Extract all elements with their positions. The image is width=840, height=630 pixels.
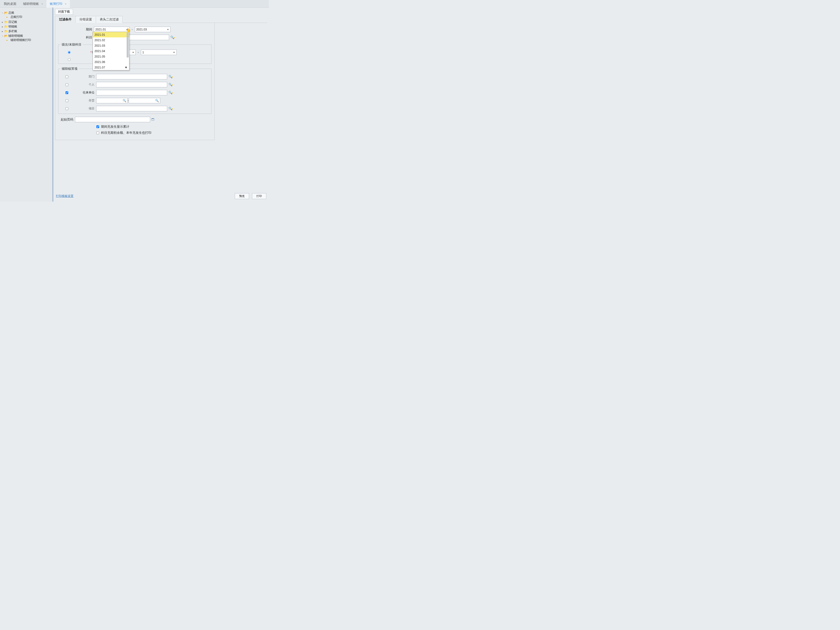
chk-cumulative-label: 期间无发生显示累计: [101, 125, 129, 129]
close-icon[interactable]: ×: [41, 2, 43, 5]
subject-label: 科目: [58, 35, 94, 39]
folder-icon: 📁: [4, 21, 8, 24]
chk-no-balance-box[interactable]: [96, 131, 99, 134]
period-dropdown[interactable]: 2021.01 2021.02 2021.03 2021.04 2021.05 …: [93, 32, 129, 70]
lookup-icon[interactable]: 🔍: [169, 75, 173, 79]
level-to-value: 1: [142, 51, 144, 54]
tab-aux-detail-label: 辅助明细账: [23, 2, 39, 5]
dropdown-option[interactable]: 2021.03: [93, 43, 129, 48]
period-to-value: 2021.03: [136, 28, 147, 31]
lookup-icon[interactable]: 🔍: [169, 83, 173, 87]
tab-aux-detail[interactable]: 辅助明细账 ×: [20, 0, 46, 8]
tree-node-gl[interactable]: − 📂 总账: [1, 11, 52, 15]
tab-ledger-print-label: 账簿打印: [50, 2, 62, 5]
tree-label: 总账打印: [11, 15, 22, 19]
aux-dept-input[interactable]: [96, 74, 167, 79]
aux-dept-checkbox[interactable]: [66, 76, 68, 78]
tree-label: 总账: [8, 11, 14, 15]
search-icon: 🔍: [122, 99, 126, 102]
chk-cumulative[interactable]: 期间无发生显示累计: [96, 125, 129, 129]
expand-icon: ▸: [1, 30, 4, 33]
tree-node-journal[interactable]: ▸ 📁 日记账: [1, 20, 52, 24]
aux-fieldset: 辅助核算项 部门 🔍 个人 🔍: [58, 67, 212, 114]
scrollbar-thumb[interactable]: [126, 32, 129, 58]
expand-icon: ▸: [1, 21, 4, 24]
search-icon: 🔍: [154, 99, 159, 102]
aux-stock-to-input[interactable]: 🔍: [129, 98, 160, 103]
aux-dept-label: 部门: [73, 75, 96, 79]
period-from-value: 2021.01: [95, 28, 106, 31]
tab-desktop[interactable]: 我的桌面: [0, 0, 20, 8]
aux-person-label: 个人: [73, 83, 96, 87]
subtab-group[interactable]: 分组设置: [76, 16, 96, 23]
period-label: 期间: [58, 27, 94, 32]
aux-person-input[interactable]: [96, 82, 167, 87]
tree-node-aux-print[interactable]: ● 辅助明细账打印: [6, 38, 52, 42]
tree-label: 辅助明细账: [8, 34, 23, 38]
aux-project-label: 项目: [73, 107, 96, 111]
level-to-combo[interactable]: 1 ▼: [141, 50, 177, 55]
subtab-header2[interactable]: 表头二次过滤: [96, 16, 123, 23]
aux-partner-checkbox[interactable]: [66, 92, 68, 94]
aux-stock-from-input[interactable]: 🔍: [96, 98, 128, 103]
start-page-label: 起始页码: [39, 118, 75, 122]
template-setting-link[interactable]: 打印模板设置: [56, 194, 74, 198]
caret-down-icon: ▼: [132, 51, 134, 54]
aux-project-input[interactable]: [96, 106, 167, 111]
sidebar: − 📂 总账 ● 总账打印 ▸ 📁 日记账: [0, 8, 52, 202]
caret-down-icon: ▼: [126, 28, 128, 31]
dropdown-option[interactable]: 2021.07▼: [93, 65, 129, 70]
period-from-combo[interactable]: 2021.01 ▼: [94, 27, 129, 32]
filter-panel: 期间 2021.01 ▼ - 2021.03 ▼ 科目 🔍: [55, 23, 215, 140]
aux-person-checkbox[interactable]: [66, 84, 68, 86]
collapse-icon: −: [1, 35, 4, 37]
aux-stock-label: 存货: [73, 99, 96, 103]
print-button[interactable]: 打印: [252, 193, 266, 199]
folder-icon: 📁: [4, 25, 8, 28]
chk-no-balance[interactable]: 科目无期初余额、本年无发生也打印: [96, 131, 152, 135]
level-radio-last[interactable]: [68, 58, 71, 61]
tree-label: 明细账: [8, 25, 17, 28]
caret-down-icon: ▼: [167, 28, 169, 31]
chk-cumulative-box[interactable]: [96, 125, 99, 128]
caret-down-icon: ▼: [125, 66, 128, 69]
start-page-input[interactable]: [75, 117, 150, 122]
aux-project-checkbox[interactable]: [66, 107, 68, 110]
subtab-filter[interactable]: 过滤条件: [55, 16, 76, 23]
aux-partner-input[interactable]: [96, 90, 167, 95]
tab-ledger-print[interactable]: 账簿打印 ×: [46, 0, 70, 8]
level-fieldset: 级次/末级科目 *级次 ▼ - 1 ▼: [58, 43, 212, 64]
lookup-icon[interactable]: 🔍: [169, 91, 173, 95]
bullet-icon: ●: [6, 16, 10, 18]
tree-label: 日记账: [8, 20, 17, 24]
bottom-bar: 打印模板设置 预览 打印: [56, 193, 266, 199]
dropdown-option[interactable]: 2021.02: [93, 37, 129, 43]
period-to-combo[interactable]: 2021.03 ▼: [135, 27, 171, 32]
tree-node-gl-print[interactable]: ● 总账打印: [6, 15, 52, 19]
dropdown-option[interactable]: 2021.04: [93, 48, 129, 54]
lookup-icon[interactable]: 🔍: [170, 35, 175, 39]
cover-download-button[interactable]: 封面下载: [55, 9, 73, 15]
dropdown-option[interactable]: 2021.01: [93, 32, 129, 37]
level-radio-level[interactable]: [68, 51, 71, 54]
content-area: 封面下载 过滤条件 分组设置 表头二次过滤 期间 2021.01 ▼ -: [52, 8, 269, 202]
range-separator: -: [129, 28, 135, 31]
dropdown-option-label: 2021.07: [95, 66, 105, 69]
dropdown-option[interactable]: 2021.05: [93, 54, 129, 59]
lookup-icon[interactable]: 🔍: [169, 107, 173, 111]
tree-node-detail[interactable]: ▸ 📁 明细账: [1, 25, 52, 28]
close-icon[interactable]: ×: [65, 2, 66, 5]
calculator-icon[interactable]: 🗔: [152, 118, 154, 121]
level-legend: 级次/末级科目: [60, 43, 83, 47]
aux-stock-checkbox[interactable]: [66, 99, 68, 102]
dropdown-option[interactable]: 2021.06: [93, 59, 129, 65]
aux-partner-label: 往来单位: [73, 91, 96, 95]
preview-button[interactable]: 预览: [235, 193, 249, 199]
tree-node-aux[interactable]: − 📂 辅助明细账: [1, 34, 52, 38]
folder-open-icon: 📂: [4, 11, 8, 14]
range-separator: -: [136, 51, 141, 54]
caret-down-icon: ▼: [173, 51, 175, 54]
tree-node-multi[interactable]: ▸ 📁 多栏账: [1, 29, 52, 33]
folder-open-icon: 📂: [4, 34, 8, 38]
collapse-icon: −: [1, 11, 4, 14]
